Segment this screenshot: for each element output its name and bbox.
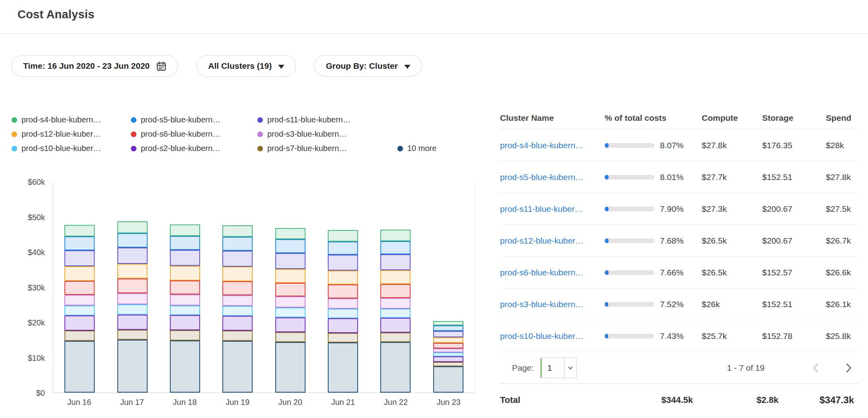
page-select-value: 1 — [541, 358, 564, 378]
y-axis: $0$10k$20k$30k$40k$50k$60k — [12, 177, 45, 398]
storage-cell: $152.51 — [762, 300, 826, 309]
legend-label: prod-s6-blue-kubern… — [141, 130, 220, 139]
bar-segment — [117, 304, 148, 315]
percent-value: 8.07% — [660, 141, 684, 150]
table-row: prod-s5-blue-kubern…8.01%$27.7k$152.51$2… — [500, 161, 859, 193]
page-select[interactable]: 1 — [540, 358, 577, 378]
cluster-link[interactable]: prod-s4-blue-kubern… — [500, 141, 584, 150]
bar-segment — [328, 298, 358, 309]
chevron-down-icon — [404, 65, 411, 69]
percent-bar-fill — [605, 270, 609, 275]
cluster-link[interactable]: prod-s12-blue-kuber… — [500, 236, 584, 245]
bar-segment — [275, 228, 306, 239]
storage-cell: $152.78 — [762, 331, 826, 341]
next-page-button[interactable] — [841, 360, 856, 375]
legend-label: prod-s7-blue-kubern… — [267, 144, 347, 153]
stacked-bar[interactable] — [170, 224, 200, 393]
cluster-link[interactable]: prod-s3-blue-kubern… — [500, 300, 584, 309]
legend-item[interactable]: prod-s5-blue-kubern… — [131, 115, 257, 124]
spend-cell: $25.8k — [826, 331, 859, 341]
legend-color-dot — [12, 117, 17, 123]
col-header-spend[interactable]: Spend — [826, 113, 859, 123]
bar-segment — [328, 309, 358, 318]
stacked-bar[interactable] — [117, 221, 148, 393]
bar-segment — [64, 331, 95, 341]
legend-item[interactable]: prod-s3-blue-kubern… — [257, 130, 397, 139]
legend-item[interactable]: prod-s12-blue-kuber… — [12, 130, 131, 139]
percent-cell: 7.68% — [605, 236, 702, 246]
x-axis-label: Jun 23 — [431, 398, 467, 407]
group-by-filter[interactable]: Group By: Cluster — [314, 55, 422, 77]
stacked-bar[interactable] — [433, 321, 463, 393]
bar-segment — [222, 225, 253, 237]
cluster-name-cell: prod-s5-blue-kubern… — [500, 172, 605, 182]
bar-segment — [170, 250, 200, 266]
time-range-filter[interactable]: Time: 16 Jun 2020 - 23 Jun 2020 — [12, 55, 178, 77]
total-compute: $344.5k — [661, 395, 693, 405]
bar-segment — [64, 266, 95, 281]
filters-bar: Time: 16 Jun 2020 - 23 Jun 2020 All Clus… — [12, 55, 422, 77]
legend-color-dot — [12, 132, 17, 137]
percent-bar-fill — [605, 143, 609, 148]
bar-segment — [117, 264, 148, 279]
col-header-percent-of-total[interactable]: % of total costs — [605, 113, 702, 123]
table-header: Cluster Name % of total costs Compute St… — [500, 106, 859, 130]
stacked-bar[interactable] — [275, 228, 306, 393]
cluster-link[interactable]: prod-s10-blue-kuber… — [500, 331, 584, 341]
legend-item[interactable]: prod-s6-blue-kubern… — [131, 130, 257, 139]
x-axis-label: Jun 19 — [220, 398, 255, 407]
legend-item[interactable]: 10 more — [397, 144, 436, 153]
bar-segment — [64, 295, 95, 306]
table-row: prod-s12-blue-kuber…7.68%$26.5k$200.67$2… — [500, 225, 859, 257]
cluster-name-cell: prod-s11-blue-kuber… — [500, 204, 605, 214]
percent-bar-track — [605, 175, 654, 180]
compute-cell: $27.3k — [702, 204, 762, 214]
percent-cell: 8.07% — [605, 141, 702, 150]
legend-item[interactable]: prod-s2-blue-kubern… — [131, 144, 257, 153]
legend-color-dot — [257, 146, 263, 151]
bar-segment — [275, 308, 306, 317]
pagination-range: 1 - 7 of 19 — [727, 363, 765, 373]
previous-page-button[interactable] — [808, 360, 823, 375]
percent-value: 7.43% — [660, 331, 684, 341]
cluster-link[interactable]: prod-s6-blue-kubern… — [500, 268, 584, 277]
clusters-filter[interactable]: All Clusters (19) — [197, 55, 296, 77]
legend-label: prod-s3-blue-kubern… — [267, 130, 347, 139]
stacked-bar[interactable] — [380, 230, 411, 393]
chart-legend: prod-s4-blue-kubern…prod-s5-blue-kubern…… — [12, 115, 436, 153]
percent-cell: 8.01% — [605, 172, 702, 182]
legend-item[interactable]: prod-s11-blue-kubern… — [257, 115, 397, 124]
col-header-cluster-name[interactable]: Cluster Name — [500, 113, 605, 123]
compute-cell: $26k — [702, 300, 762, 309]
bar-segment — [328, 318, 358, 333]
legend-item[interactable]: prod-s7-blue-kubern… — [257, 144, 397, 153]
stacked-bar[interactable] — [64, 225, 95, 393]
percent-bar-fill — [605, 302, 608, 307]
stacked-bar[interactable] — [328, 230, 358, 393]
bar-segment — [275, 332, 306, 342]
x-axis: Jun 16Jun 17Jun 18Jun 19Jun 20Jun 21Jun … — [53, 398, 475, 407]
x-axis-label: Jun 16 — [61, 398, 97, 407]
spend-cell: $28k — [826, 141, 859, 150]
header-divider — [0, 33, 868, 34]
bar-segment — [380, 298, 411, 309]
bar-segment — [380, 318, 411, 332]
legend-color-dot — [131, 146, 136, 151]
legend-item[interactable]: prod-s4-blue-kubern… — [12, 115, 131, 124]
total-spend: $347.3k — [819, 395, 854, 406]
bar-segment — [380, 309, 411, 318]
bar-segment — [117, 340, 148, 393]
col-header-storage[interactable]: Storage — [762, 113, 826, 123]
legend-item[interactable]: prod-s10-blue-kuber… — [12, 144, 131, 153]
cluster-link[interactable]: prod-s5-blue-kubern… — [500, 172, 584, 182]
chevron-down-icon — [564, 366, 576, 370]
table-row: prod-s4-blue-kubern…8.07%$27.8k$176.35$2… — [500, 130, 859, 161]
bar-segment — [275, 283, 306, 297]
bar-segment — [328, 333, 358, 343]
legend-color-dot — [131, 117, 136, 123]
bar-segment — [222, 316, 253, 331]
bar-segment — [117, 233, 148, 247]
col-header-compute[interactable]: Compute — [702, 113, 762, 123]
stacked-bar[interactable] — [222, 225, 253, 393]
cluster-link[interactable]: prod-s11-blue-kuber… — [500, 204, 583, 213]
